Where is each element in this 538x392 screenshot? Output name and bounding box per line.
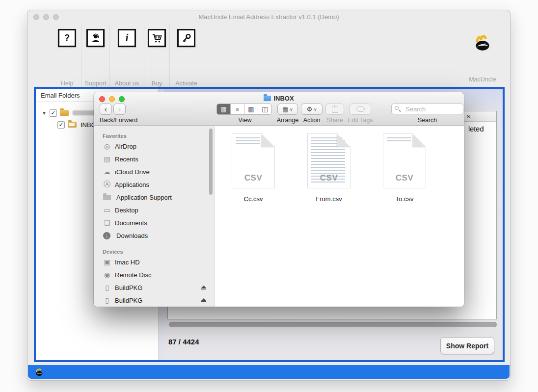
activate-button[interactable]: Activate [170, 25, 203, 91]
chevron-down-icon: ∨ [290, 107, 293, 112]
file-name: From.csv [316, 195, 342, 203]
zoom-icon[interactable] [53, 14, 59, 20]
favorites-header: Favorites [103, 133, 214, 139]
action-button[interactable]: ⚙ ∨ [301, 104, 323, 115]
csv-file-icon: CSV [232, 133, 275, 188]
eject-icon[interactable] [201, 286, 206, 290]
key-icon [177, 29, 195, 47]
sidebar-item-downloads[interactable]: ↓ Downloads [94, 229, 214, 242]
sidebar-item-icloud-drive[interactable]: ☁ iCloud Drive [94, 165, 214, 178]
sidebar-item-desktop[interactable]: ▭ Desktop [94, 204, 214, 216]
sidebar-item-buildpkg-2[interactable]: ▯ BuildPKG [94, 294, 214, 307]
show-report-button[interactable]: Show Report [440, 337, 494, 354]
main-titlebar: MacUncle Email Address Extractor v1.0.1 … [27, 10, 510, 24]
finder-window: INBOX ‹ › Back/Forward ▦ ≡ ▥ ◫ View ▦ ∨ … [94, 92, 464, 307]
search-input[interactable]: Search [391, 104, 463, 114]
sidebar-scrollbar[interactable] [209, 129, 213, 195]
close-icon[interactable] [33, 14, 39, 20]
file-from-csv[interactable]: CSV From.csv [295, 133, 363, 203]
arrange-icon: ▦ [283, 106, 288, 113]
support-label: Support [85, 80, 107, 87]
toolbar-row: ? Help Support i [27, 25, 510, 91]
finder-title: INBOX [94, 95, 464, 102]
finder-sidebar: Favorites ◎ AirDrop ▤ Recents ☁ iCloud D… [94, 126, 215, 307]
screenshot-stage: MacUncle Email Address Extractor v1.0.1 … [0, 0, 538, 392]
view-segmented-control: ▦ ≡ ▥ ◫ [216, 104, 272, 115]
file-name: Cc.csv [244, 195, 263, 203]
help-icon: ? [58, 29, 76, 47]
favorites-list: ◎ AirDrop ▤ Recents ☁ iCloud Drive Ⓐ App… [94, 140, 214, 242]
column-view-icon: ▥ [248, 105, 254, 113]
status-cell-fragment: leted [468, 125, 484, 133]
edit-tags-label: Edit Tags [341, 117, 379, 124]
chevron-down-icon: ∨ [314, 107, 317, 112]
buy-button[interactable]: Buy [144, 25, 170, 91]
back-forward-label: Back/Forward [100, 117, 149, 124]
search-placeholder: Search [405, 105, 426, 113]
list-view-button[interactable]: ≡ [230, 104, 244, 115]
back-button[interactable]: ‹ [100, 104, 112, 115]
external-drive-icon: ▯ [102, 284, 112, 291]
recents-icon: ▤ [102, 155, 112, 163]
help-button[interactable]: ? Help [53, 25, 81, 91]
downloads-icon: ↓ [103, 232, 110, 239]
macuncle-logo [472, 33, 493, 52]
search-icon [395, 106, 399, 110]
buy-label: Buy [152, 80, 162, 87]
expand-arrow-icon[interactable]: ▼ [42, 110, 50, 116]
cart-icon [148, 29, 166, 47]
horizontal-scrollbar[interactable] [169, 322, 497, 327]
support-person-icon [86, 29, 105, 47]
sidebar-item-buildpkg-1[interactable]: ▯ BuildPKG [94, 281, 214, 294]
sidebar-item-applications[interactable]: Ⓐ Applications [94, 178, 214, 191]
forward-button[interactable]: › [113, 104, 126, 115]
devices-list: ▣ Imac HD ◉ Remote Disc ▯ BuildPKG ▯ Bui… [94, 256, 214, 307]
folder-icon [103, 195, 111, 200]
applications-icon: Ⓐ [102, 180, 112, 189]
csv-file-icon: CSV [307, 133, 350, 188]
column-view-button[interactable]: ▥ [244, 104, 258, 115]
file-to-csv[interactable]: CSV To.csv [370, 133, 439, 203]
about-us-button[interactable]: i About us [110, 25, 144, 91]
share-button[interactable] [325, 104, 344, 115]
documents-icon: ❏ [102, 219, 112, 227]
file-cc-csv[interactable]: CSV Cc.csv [219, 133, 288, 203]
folder-icon [60, 110, 69, 116]
activate-label: Activate [175, 80, 197, 87]
help-label: Help [61, 80, 74, 87]
progress-counter: 87 / 4424 [168, 338, 199, 346]
tag-icon [356, 106, 365, 112]
cloud-icon: ☁ [102, 168, 112, 176]
external-drive-icon: ▯ [102, 296, 112, 304]
sidebar-item-airdrop[interactable]: ◎ AirDrop [94, 140, 214, 153]
csv-file-icon: CSV [383, 133, 426, 188]
sidebar-item-imac-hd[interactable]: ▣ Imac HD [94, 256, 214, 268]
icon-view-button[interactable]: ▦ [216, 104, 231, 115]
sidebar-item-application-support[interactable]: Application Support [94, 191, 214, 204]
root-checkbox[interactable]: ✓ [50, 109, 57, 117]
bottom-status-bar [28, 365, 510, 379]
minimize-icon[interactable] [43, 14, 49, 20]
main-toolbar: ? Help Support i [27, 25, 510, 91]
sidebar-item-recents[interactable]: ▤ Recents [94, 153, 214, 165]
inbox-checkbox[interactable]: ✓ [57, 121, 65, 129]
search-label: Search [391, 117, 463, 124]
about-us-label: About us [115, 80, 139, 87]
brand-label: MacUncle [469, 76, 496, 83]
sidebar-item-remote-disc[interactable]: ◉ Remote Disc [94, 268, 214, 281]
edit-tags-button[interactable] [350, 104, 371, 115]
arrange-button[interactable]: ▦ ∨ [277, 104, 298, 115]
hard-drive-icon: ▣ [102, 258, 112, 266]
support-button[interactable]: Support [81, 25, 110, 91]
grid-view-icon: ▦ [220, 105, 226, 113]
view-label: View [216, 117, 273, 124]
finder-body: Favorites ◎ AirDrop ▤ Recents ☁ iCloud D… [94, 126, 464, 307]
gear-icon: ⚙ [306, 105, 312, 113]
file-name: To.csv [396, 195, 414, 203]
eject-icon[interactable] [201, 298, 206, 303]
coverflow-view-button[interactable]: ◫ [258, 104, 272, 115]
list-view-icon: ≡ [236, 105, 240, 113]
sidebar-item-documents[interactable]: ❏ Documents [94, 216, 214, 229]
share-icon [332, 106, 338, 113]
macuncle-logo-small [34, 367, 44, 377]
